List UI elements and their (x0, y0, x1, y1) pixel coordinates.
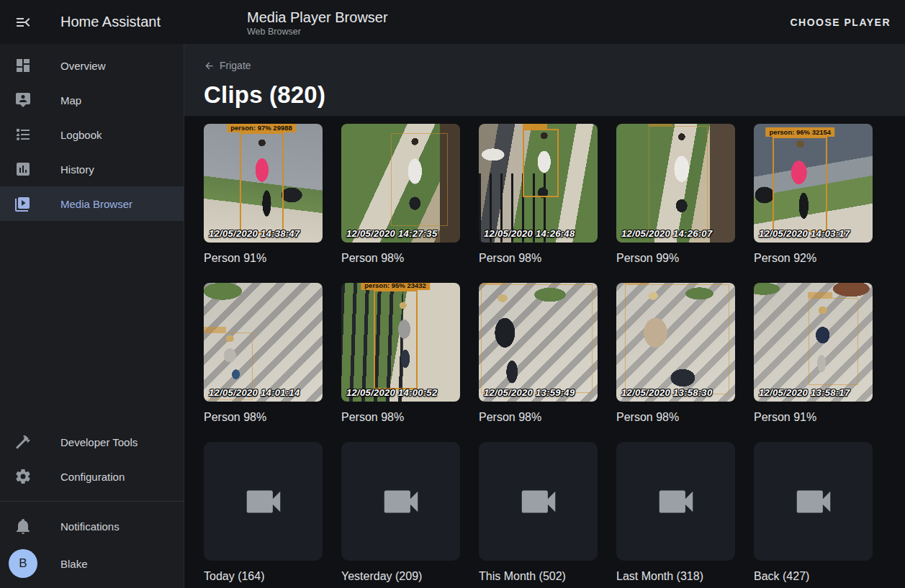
clip-timestamp: 12/05/2020 14:27:35 (346, 228, 437, 239)
detection-label-small (808, 292, 832, 298)
clip-timestamp: 12/05/2020 14:00:52 (346, 387, 437, 398)
sidebar-item-configuration[interactable]: Configuration (0, 459, 184, 494)
detection-label-small (523, 124, 547, 130)
detection-bbox (481, 284, 593, 394)
clip-thumbnail: person: 96% 32154 12/05/2020 14:03:17 (754, 124, 873, 243)
clip-card[interactable]: 12/05/2020 14:27:35 Person 98% (341, 124, 460, 266)
detection-label: person: 95% 23432 (361, 283, 430, 290)
clip-caption: Person 99% (616, 251, 735, 266)
gear-icon (14, 468, 32, 485)
folder-label: This Month (502) (479, 569, 598, 584)
video-icon (241, 479, 286, 524)
clip-card[interactable]: 12/05/2020 13:58:17 Person 91% (754, 283, 873, 425)
video-icon (516, 479, 561, 524)
sidebar-item-developer-tools[interactable]: Developer Tools (0, 425, 184, 459)
avatar: B (9, 549, 37, 578)
clip-card[interactable]: 12/05/2020 13:59:49 Person 98% (479, 283, 598, 425)
clip-timestamp: 12/05/2020 14:01:14 (209, 387, 300, 398)
main-content: Frigate Clips (820) person: 97% 29988 12… (184, 44, 905, 588)
clip-caption: Person 98% (341, 251, 460, 266)
video-icon (379, 479, 423, 524)
folder-thumbnail (616, 442, 735, 561)
detection-bbox (649, 126, 708, 236)
sidebar-item-map[interactable]: Map (0, 83, 184, 117)
folder-card-back[interactable]: Back (427) (754, 442, 873, 584)
folder-label: Yesterday (209) (341, 569, 460, 584)
folder-card-this-month[interactable]: This Month (502) (479, 442, 598, 584)
clip-caption: Person 98% (204, 410, 323, 425)
sidebar-divider (0, 501, 184, 502)
detection-bbox: person: 96% 32154 (773, 137, 827, 232)
arrow-left-icon (204, 60, 215, 71)
clip-timestamp: 12/05/2020 14:03:17 (759, 228, 850, 239)
sidebar-item-user[interactable]: B Blake (0, 543, 184, 584)
breadcrumb-frigate[interactable]: Frigate (204, 60, 251, 71)
clip-thumbnail: 12/05/2020 14:27:35 (341, 124, 460, 243)
choose-player-button[interactable]: CHOOSE PLAYER (790, 17, 891, 28)
sidebar-item-label: Media Browser (60, 198, 132, 210)
bell-icon (14, 517, 32, 535)
chart-box-icon (14, 160, 32, 178)
folder-thumbnail (479, 442, 598, 561)
sidebar: Overview Map Logbook History (0, 44, 184, 588)
folders-grid: Today (164) Yesterday (209) This Month (… (204, 442, 873, 584)
sidebar-item-logbook[interactable]: Logbook (0, 117, 184, 152)
folder-card-yesterday[interactable]: Yesterday (209) (341, 442, 460, 584)
clip-thumbnail: 12/05/2020 14:01:14 (204, 283, 323, 402)
app-title: Home Assistant (60, 14, 161, 30)
topbar-right: CHOOSE PLAYER (790, 16, 905, 29)
menu-open-icon (14, 14, 32, 31)
clip-thumbnail: person: 97% 29988 12/05/2020 14:38:47 (204, 124, 323, 243)
clip-timestamp: 12/05/2020 13:59:49 (484, 387, 575, 398)
detection-label-small (480, 283, 505, 284)
clip-thumbnail: 12/05/2020 14:26:48 (479, 124, 598, 243)
folder-thumbnail (754, 442, 873, 561)
folder-label: Back (427) (754, 569, 873, 584)
sidebar-spacer (0, 221, 184, 425)
page-heading: Clips (820) (204, 81, 885, 109)
clip-timestamp: 12/05/2020 14:26:48 (484, 228, 575, 239)
folder-card-today[interactable]: Today (164) (204, 442, 323, 584)
folder-thumbnail (341, 442, 460, 561)
clip-thumbnail: 12/05/2020 13:59:49 (479, 283, 598, 402)
detection-label-small (648, 124, 672, 126)
folder-card-last-month[interactable]: Last Month (318) (616, 442, 735, 584)
clip-caption: Person 98% (341, 410, 460, 425)
detection-bbox (523, 129, 559, 198)
clip-card[interactable]: person: 96% 32154 12/05/2020 14:03:17 Pe… (754, 124, 873, 266)
clip-card[interactable]: person: 95% 23432 12/05/2020 14:00:52 Pe… (341, 283, 460, 425)
user-name: Blake (60, 558, 88, 570)
clip-thumbnail: person: 95% 23432 12/05/2020 14:00:52 (341, 283, 460, 402)
clip-card[interactable]: 12/05/2020 14:01:14 Person 98% (204, 283, 323, 425)
topbar-title-block: Media Player Browser Web Browser (247, 7, 388, 37)
sidebar-toggle-button[interactable] (14, 14, 32, 31)
detection-bbox (391, 133, 448, 226)
sidebar-item-label: Developer Tools (60, 436, 138, 448)
sidebar-item-label: Configuration (60, 471, 125, 483)
sidebar-item-label: History (60, 163, 94, 176)
clip-card[interactable]: 12/05/2020 14:26:07 Person 99% (616, 124, 735, 266)
sidebar-item-notifications[interactable]: Notifications (0, 509, 184, 543)
clip-timestamp: 12/05/2020 13:58:30 (621, 387, 712, 398)
top-bar: Home Assistant Media Player Browser Web … (0, 0, 905, 44)
detection-bbox: person: 97% 29988 (240, 132, 284, 233)
clip-thumbnail: 12/05/2020 13:58:17 (754, 283, 873, 402)
clip-card[interactable]: 12/05/2020 14:26:48 Person 98% (479, 124, 598, 266)
clip-card[interactable]: 12/05/2020 13:58:30 Person 98% (616, 283, 735, 425)
clip-card[interactable]: person: 97% 29988 12/05/2020 14:38:47 Pe… (204, 124, 323, 266)
clip-caption: Person 91% (754, 410, 873, 425)
sidebar-item-overview[interactable]: Overview (0, 48, 184, 83)
breadcrumb-label: Frigate (220, 60, 251, 71)
clip-timestamp: 12/05/2020 13:58:17 (759, 387, 850, 398)
detection-label: person: 96% 32154 (766, 127, 835, 137)
view-dashboard-icon (14, 57, 32, 74)
hammer-icon (14, 433, 32, 451)
sidebar-item-media-browser[interactable]: Media Browser (0, 186, 184, 221)
page-subtitle: Web Browser (247, 26, 388, 37)
sidebar-item-label: Logbook (60, 129, 102, 141)
detection-label: person: 97% 29988 (227, 124, 296, 132)
video-icon (791, 479, 836, 524)
detection-bbox (809, 298, 858, 384)
sidebar-item-history[interactable]: History (0, 152, 184, 186)
video-icon (654, 479, 698, 524)
